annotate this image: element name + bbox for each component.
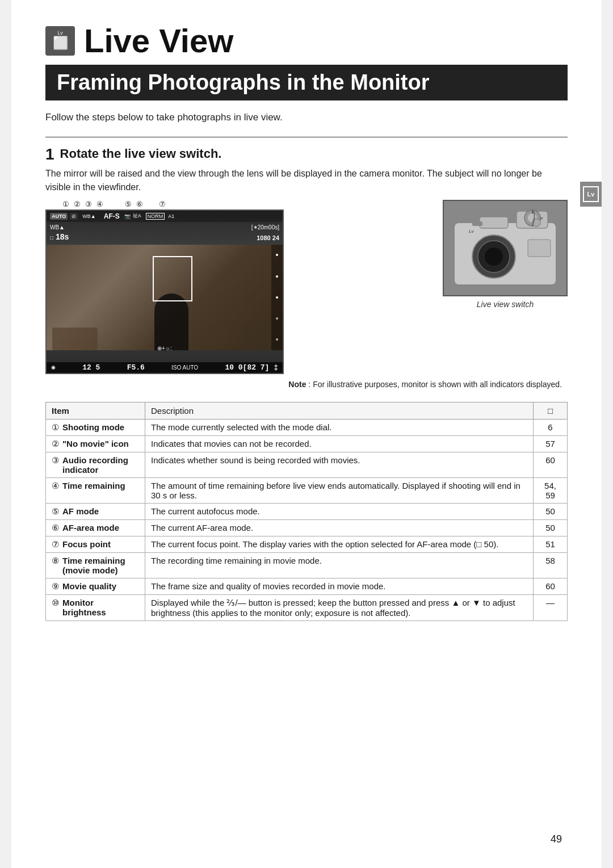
hud-a-icon: 祉A bbox=[133, 212, 141, 220]
hud-norm: NORM bbox=[146, 213, 165, 220]
table-cell-page-4: 54, 59 bbox=[534, 477, 568, 503]
hud-time-val: [✶20m00s] bbox=[251, 224, 279, 230]
info-table: Item Description □ ① Shooting modeThe mo… bbox=[45, 402, 568, 621]
step-1-header: 1 Rotate the live view switch. bbox=[45, 146, 568, 162]
table-cell-page-9: 60 bbox=[534, 578, 568, 594]
ind-2: ② bbox=[74, 200, 81, 208]
table-row: ⑩ Monitor brightnessDisplayed while the … bbox=[46, 594, 568, 620]
step-1-title: Rotate the live view switch. bbox=[60, 146, 222, 161]
ind-7: ⑦ bbox=[159, 200, 166, 208]
table-row: ⑧ Time remaining (movie mode)The recordi… bbox=[46, 552, 568, 578]
table-header-row: Item Description □ bbox=[46, 402, 568, 419]
hud-a1: A1 bbox=[168, 213, 174, 219]
ind-6: ⑥ bbox=[136, 200, 143, 208]
hud-no-icon: ⊘ bbox=[70, 213, 78, 220]
hud-bottom-icon: ◉ bbox=[51, 364, 56, 370]
col-header-item: Item bbox=[46, 402, 145, 419]
camera-screen: AUTO ⊘ WB▲ AF-S 📷 祉A NORM A1 bbox=[45, 209, 284, 374]
table-cell-page-10: — bbox=[534, 594, 568, 620]
table-row: ⑦ Focus pointThe current focus point. Th… bbox=[46, 536, 568, 552]
table-cell-desc-1: The mode currently selected with the mod… bbox=[145, 419, 534, 435]
focus-box bbox=[153, 256, 192, 301]
table-cell-desc-10: Displayed while the ⅔/— button is presse… bbox=[145, 594, 534, 620]
hud-bottom-bar: ◉ 12 5 F5.6 ISO AUTO 10 0[82 7] ‡ bbox=[47, 362, 283, 373]
hud-time-row: [✶20m00s] bbox=[251, 224, 279, 230]
side-tab: Lv bbox=[580, 182, 602, 207]
hud-camera-icon: 📷 bbox=[124, 213, 131, 219]
svg-text:P: P bbox=[540, 217, 543, 221]
table-cell-item-9: ⑨ Movie quality bbox=[46, 578, 145, 594]
table-row: ③ Audio recording indicatorIndicates whe… bbox=[46, 452, 568, 477]
hud-ev: 12 5 bbox=[82, 363, 100, 372]
hud-resolution: 1080 24 bbox=[257, 234, 279, 241]
hud-timer: □ 18s bbox=[50, 232, 69, 241]
ind-4: ④ bbox=[96, 200, 103, 208]
step-1-number: 1 bbox=[45, 146, 54, 162]
table-cell-desc-8: The recording time remaining in movie mo… bbox=[145, 552, 534, 578]
lv-badge: Lv ⬜ bbox=[45, 26, 75, 56]
ind-1: ① bbox=[62, 200, 69, 208]
step-1-body: The mirror will be raised and the view t… bbox=[45, 167, 568, 391]
num-indicators-top: ① ② ③ ④ ⑤ ⑥ ⑦ bbox=[45, 200, 426, 208]
table-cell-item-7: ⑦ Focus point bbox=[46, 536, 145, 552]
section-divider bbox=[45, 137, 568, 137]
hud-aperture: F5.6 bbox=[127, 363, 145, 372]
bar-dot-3 bbox=[276, 296, 278, 299]
table-cell-item-6: ⑥ AF-area mode bbox=[46, 519, 145, 536]
table-cell-desc-7: The current focus point. The display var… bbox=[145, 536, 534, 552]
table-cell-desc-4: The amount of time remaining before live… bbox=[145, 477, 534, 503]
step-1-text-col: The mirror will be raised and the view t… bbox=[45, 167, 568, 391]
table-cell-desc-2: Indicates that movies can not be recorde… bbox=[145, 435, 534, 452]
step-1-description: The mirror will be raised and the view t… bbox=[45, 167, 568, 194]
table-cell-desc-5: The current autofocus mode. bbox=[145, 503, 534, 519]
table-cell-desc-3: Indicates whether sound is being recorde… bbox=[145, 452, 534, 477]
table-row: ⑥ AF-area modeThe current AF-area mode.5… bbox=[46, 519, 568, 536]
table-row: ② "No movie" iconIndicates that movies c… bbox=[46, 435, 568, 452]
note-text: : For illustrative purposes, monitor is … bbox=[308, 380, 562, 389]
page-container: Lv Lv ⬜ Live View Framing Photographs in… bbox=[11, 0, 602, 868]
scene-bg bbox=[47, 245, 283, 350]
note-label: Note bbox=[288, 380, 306, 389]
right-indicator-bar bbox=[271, 245, 283, 350]
table-cell-item-5: ⑤ AF mode bbox=[46, 503, 145, 519]
hud-wb-icon: WB▲ bbox=[82, 213, 95, 219]
table-cell-page-5: 50 bbox=[534, 503, 568, 519]
table-row: ① Shooting modeThe mode currently select… bbox=[46, 419, 568, 435]
table-cell-page-3: 60 bbox=[534, 452, 568, 477]
svg-rect-13 bbox=[528, 240, 551, 257]
table-cell-desc-9: The frame size and quality of movies rec… bbox=[145, 578, 534, 594]
bar-dot-1 bbox=[276, 254, 278, 256]
table-row: ⑨ Movie qualityThe frame size and qualit… bbox=[46, 578, 568, 594]
hud-exposure-row: ⊕+☼: bbox=[157, 345, 172, 351]
section-title-bar: Framing Photographs in the Monitor bbox=[45, 65, 568, 100]
camera-photo-col: P Lv bbox=[443, 200, 568, 309]
step-1: 1 Rotate the live view switch. The mirro… bbox=[45, 146, 568, 391]
bar-dot-2 bbox=[276, 275, 278, 278]
table-cell-item-2: ② "No movie" icon bbox=[46, 435, 145, 452]
table-row: ④ Time remainingThe amount of time remai… bbox=[46, 477, 568, 503]
chapter-header: Lv ⬜ Live View bbox=[45, 23, 568, 59]
bar-dot-4 bbox=[276, 317, 278, 320]
table-row: ⑤ AF modeThe current autofocus mode.50 bbox=[46, 503, 568, 519]
badge-lv-icon: ⬜ bbox=[53, 36, 68, 51]
ind-5: ⑤ bbox=[125, 200, 132, 208]
hud-exp-icons: ⊕+☼: bbox=[157, 345, 172, 351]
table-cell-item-1: ① Shooting mode bbox=[46, 419, 145, 435]
hud-af: AF-S bbox=[104, 212, 120, 220]
hud-iso: ISO AUTO bbox=[171, 364, 198, 371]
camera-svg: P Lv bbox=[448, 206, 562, 291]
chapter-title: Live View bbox=[84, 23, 233, 59]
table-cell-page-8: 58 bbox=[534, 552, 568, 578]
hud-wb-text: WB▲ bbox=[50, 224, 65, 230]
svg-text:Lv: Lv bbox=[469, 229, 474, 234]
hud-timer-val: 18s bbox=[56, 232, 69, 241]
table-cell-page-6: 50 bbox=[534, 519, 568, 536]
table-cell-page-2: 57 bbox=[534, 435, 568, 452]
svg-rect-10 bbox=[472, 221, 482, 226]
hud-top-bar: AUTO ⊘ WB▲ AF-S 📷 祉A NORM A1 bbox=[47, 211, 283, 222]
svg-rect-9 bbox=[480, 217, 508, 228]
screen-wrapper: AUTO ⊘ WB▲ AF-S 📷 祉A NORM A1 bbox=[45, 209, 426, 374]
hud-res-val: 1080 24 bbox=[257, 234, 279, 241]
table-cell-item-10: ⑩ Monitor brightness bbox=[46, 594, 145, 620]
col-header-desc: Description bbox=[145, 402, 534, 419]
